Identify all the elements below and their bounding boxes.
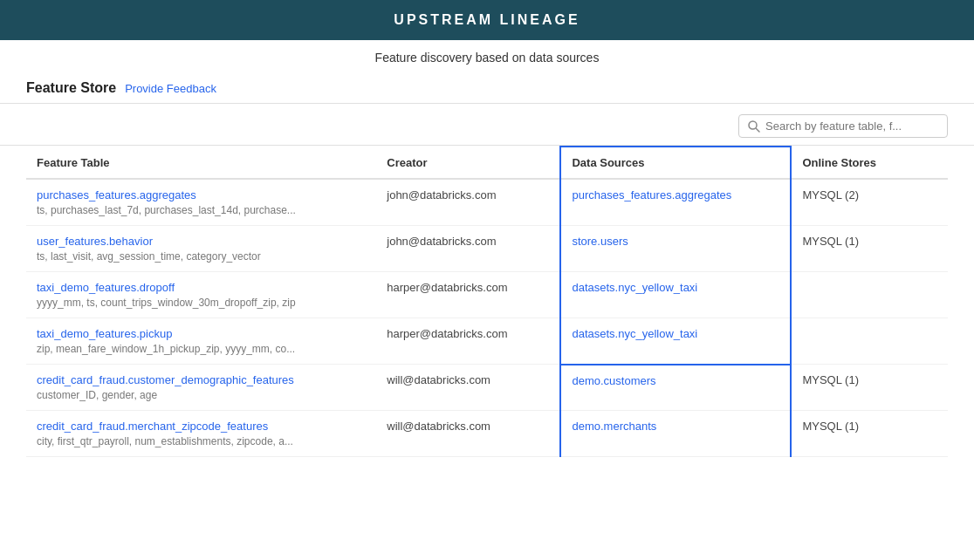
table-row: user_features.behaviorts, last_visit, av… [26,226,948,272]
feature-table-sub: yyyy_mm, ts, count_trips_window_30m_drop… [37,297,296,309]
feature-table-sub: customer_ID, gender, age [37,389,157,401]
cell-feature-table: taxi_demo_features.dropoffyyyy_mm, ts, c… [26,272,376,318]
feature-store-bar: Feature Store Provide Feedback [0,73,974,104]
svg-point-0 [749,121,757,129]
data-table: Feature Table Creator Data Sources Onlin… [26,146,948,457]
cell-creator: john@databricks.com [376,226,560,272]
search-input-wrapper [738,114,948,138]
page-title: UPSTREAM LINEAGE [394,12,580,27]
table-row: taxi_demo_features.dropoffyyyy_mm, ts, c… [26,272,948,318]
svg-line-1 [757,128,760,132]
subtitle: Feature discovery based on data sources [0,40,974,73]
table-row: credit_card_fraud.customer_demographic_f… [26,365,948,411]
table-container: Feature Table Creator Data Sources Onlin… [0,146,974,457]
cell-feature-table: taxi_demo_features.pickupzip, mean_fare_… [26,318,376,365]
cell-online-stores: MYSQL (1) [791,226,948,272]
cell-online-stores: MYSQL (1) [791,365,948,411]
cell-feature-table: credit_card_fraud.customer_demographic_f… [26,365,376,411]
cell-feature-table: user_features.behaviorts, last_visit, av… [26,226,376,272]
provide-feedback-link[interactable]: Provide Feedback [125,82,216,95]
col-header-feature-table: Feature Table [26,147,376,179]
cell-creator: will@databricks.com [376,411,560,457]
feature-store-label: Feature Store [26,80,116,96]
data-source-link[interactable]: datasets.nyc_yellow_taxi [572,281,697,294]
cell-online-stores [791,272,948,318]
cell-data-source: demo.customers [560,365,791,411]
data-source-link[interactable]: store.users [572,235,628,248]
feature-table-link[interactable]: credit_card_fraud.merchant_zipcode_featu… [37,420,366,433]
feature-table-sub: city, first_qtr_payroll, num_establishme… [37,435,293,447]
col-header-online-stores: Online Stores [791,147,948,179]
feature-table-sub: ts, last_visit, avg_session_time, catego… [37,250,261,263]
search-input[interactable] [765,120,938,133]
feature-table-link[interactable]: taxi_demo_features.dropoff [37,281,366,294]
cell-creator: john@databricks.com [376,179,560,226]
cell-online-stores: MYSQL (2) [791,179,948,226]
data-source-link[interactable]: demo.merchants [572,420,656,433]
cell-data-source: store.users [560,226,791,272]
col-header-data-sources: Data Sources [560,147,791,179]
col-header-creator: Creator [376,147,560,179]
cell-creator: harper@databricks.com [376,318,560,365]
table-header-row: Feature Table Creator Data Sources Onlin… [26,147,948,179]
feature-table-link[interactable]: credit_card_fraud.customer_demographic_f… [37,373,366,386]
feature-table-link[interactable]: purchases_features.aggregates [37,188,366,201]
cell-online-stores: MYSQL (1) [791,411,948,457]
search-icon [748,120,760,133]
data-source-link[interactable]: datasets.nyc_yellow_taxi [572,327,697,340]
search-bar-row [0,104,974,146]
cell-feature-table: purchases_features.aggregatests, purchas… [26,179,376,226]
feature-table-sub: ts, purchases_last_7d, purchases_last_14… [37,204,296,216]
feature-table-link[interactable]: taxi_demo_features.pickup [37,327,366,340]
feature-table-link[interactable]: user_features.behavior [37,235,366,248]
cell-data-source: purchases_features.aggregates [560,179,791,226]
feature-table-sub: zip, mean_fare_window_1h_pickup_zip, yyy… [37,343,295,355]
table-row: taxi_demo_features.pickupzip, mean_fare_… [26,318,948,365]
cell-online-stores [791,318,948,365]
table-row: credit_card_fraud.merchant_zipcode_featu… [26,411,948,457]
cell-creator: will@databricks.com [376,365,560,411]
header-bar: UPSTREAM LINEAGE [0,0,974,40]
cell-creator: harper@databricks.com [376,272,560,318]
data-source-link[interactable]: demo.customers [572,374,655,387]
cell-data-source: demo.merchants [560,411,791,457]
data-source-link[interactable]: purchases_features.aggregates [572,188,731,201]
cell-feature-table: credit_card_fraud.merchant_zipcode_featu… [26,411,376,457]
table-row: purchases_features.aggregatests, purchas… [26,179,948,226]
cell-data-source: datasets.nyc_yellow_taxi [560,272,791,318]
cell-data-source: datasets.nyc_yellow_taxi [560,318,791,365]
